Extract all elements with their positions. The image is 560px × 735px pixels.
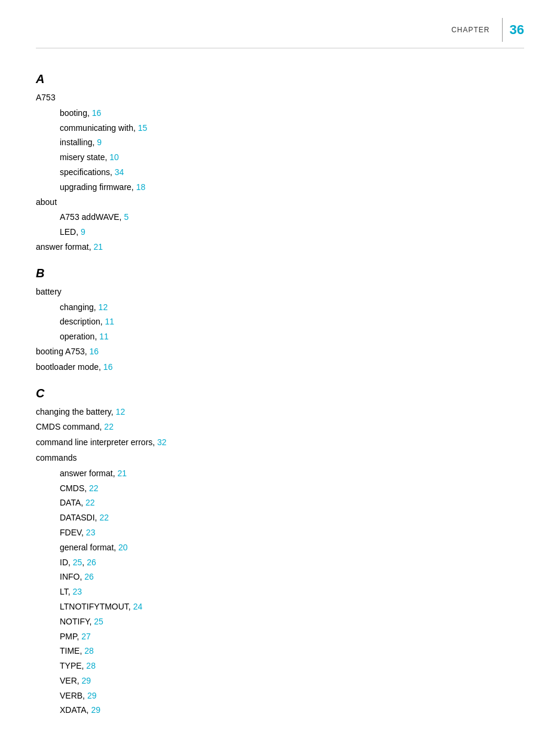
list-item: DATA, 22 [60,496,524,510]
list-item: battery [36,285,524,299]
section-letter-c: C [36,387,524,400]
list-item: communicating with, 15 [60,121,524,136]
list-item: commands [36,451,524,466]
page-link[interactable]: 27 [81,632,91,641]
page-link[interactable]: 9 [81,227,85,237]
list-item: ID, 25, 26 [60,556,524,570]
list-item: description, 11 [60,315,524,329]
list-item: about [36,195,524,210]
section-letter-a: A [36,72,524,86]
list-item: A753 [36,91,524,105]
page-link[interactable]: 15 [138,123,148,133]
list-item: CMDS, 22 [60,482,524,496]
section-a: A A753 booting, 16 communicating with, 1… [36,72,524,255]
page-link[interactable]: 21 [117,468,127,478]
page-link[interactable]: 16 [90,347,99,356]
list-item: answer format, 21 [60,467,524,481]
page-link[interactable]: 9 [97,137,102,147]
chapter-label: CHAPTER [451,26,489,34]
list-item: A753 addWAVE, 5 [60,210,524,225]
page-link[interactable]: 23 [73,587,82,596]
header-divider [502,18,503,42]
page-link[interactable]: 29 [91,705,100,715]
page-link[interactable]: 32 [157,437,167,447]
section-c: C changing the battery, 12 CMDS command,… [36,387,524,718]
page-link[interactable]: 23 [86,528,96,537]
list-item: XDATA, 29 [60,703,524,718]
list-item: PMP, 27 [60,630,524,644]
list-item: NOTIFY, 25 [60,615,524,629]
page-link[interactable]: 12 [99,302,108,312]
page-header: CHAPTER 36 [36,18,524,48]
page-link[interactable]: 24 [133,602,143,611]
page-link[interactable]: 16 [103,362,113,372]
page-link[interactable]: 22 [85,498,95,507]
list-item: TYPE, 28 [60,659,524,673]
section-letter-b: B [36,267,524,280]
page-link[interactable]: 22 [89,483,99,493]
list-item: LTNOTIFYTMOUT, 24 [60,600,524,614]
page-link[interactable]: 20 [118,543,128,552]
list-item: installing, 9 [60,136,524,150]
page-link[interactable]: 11 [105,317,114,326]
list-item: FDEV, 23 [60,526,524,540]
page-link[interactable]: 22 [99,513,109,522]
page-link[interactable]: 25 [73,558,82,567]
page-link[interactable]: 18 [136,182,146,192]
page-link[interactable]: 21 [93,242,103,252]
page-link[interactable]: 28 [84,646,94,656]
list-item: TIME, 28 [60,644,524,659]
page-link[interactable]: 22 [104,422,114,431]
page-link[interactable]: 5 [124,212,128,222]
list-item: answer format, 21 [36,240,524,255]
page-link[interactable]: 16 [92,108,102,118]
list-item: operation, 11 [60,330,524,344]
page-link[interactable]: 28 [86,661,96,670]
list-item: general format, 20 [60,541,524,555]
list-item: bootloader mode, 16 [36,360,524,375]
page-link[interactable]: 25 [94,617,103,626]
list-item: command line interpreter errors, 32 [36,436,524,450]
list-item: changing, 12 [60,301,524,315]
list-item: VER, 29 [60,674,524,688]
page-link[interactable]: 26 [84,572,94,581]
page-container: CHAPTER 36 A A753 booting, 16 communicat… [0,0,560,735]
list-item: LED, 9 [60,225,524,240]
page-link[interactable]: 12 [116,407,126,416]
list-item: LT, 23 [60,585,524,599]
list-item: VERB, 29 [60,689,524,703]
list-item: specifications, 34 [60,166,524,180]
page-link[interactable]: 11 [99,332,109,341]
list-item: misery state, 10 [60,151,524,165]
list-item: INFO, 26 [60,570,524,584]
list-item: booting, 16 [60,106,524,121]
page-link[interactable]: 10 [109,152,119,162]
list-item: booting A753, 16 [36,345,524,359]
section-b: B battery changing, 12 description, 11 o… [36,267,524,375]
list-item: upgrading firmware, 18 [60,180,524,195]
index-content: A A753 booting, 16 communicating with, 1… [36,72,524,718]
chapter-number: 36 [510,22,524,38]
page-link[interactable]: 29 [87,691,97,700]
page-link[interactable]: 29 [82,676,91,685]
list-item: CMDS command, 22 [36,420,524,434]
list-item: DATASDI, 22 [60,511,524,525]
list-item: changing the battery, 12 [36,405,524,419]
page-link[interactable]: 34 [115,167,124,177]
page-link[interactable]: 26 [87,558,96,567]
